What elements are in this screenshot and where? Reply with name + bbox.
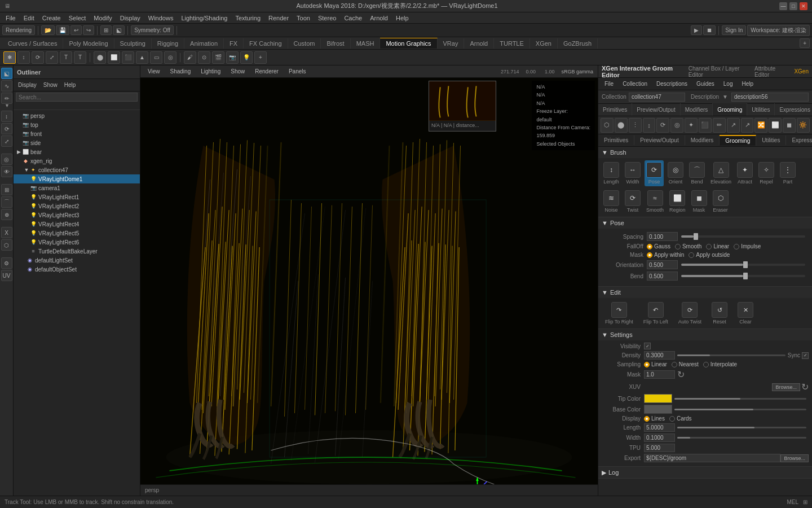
xgen-tab-primitives[interactable]: Primitives	[598, 103, 632, 116]
menu-cache[interactable]: Cache	[341, 14, 365, 23]
menu-modify[interactable]: Modify	[90, 14, 115, 23]
flip-to-right-button[interactable]: ↷ Flip To Right	[602, 300, 637, 326]
tree-item-camera1[interactable]: 📷 camera1	[14, 183, 140, 192]
mask-refresh-icon[interactable]: ↻	[677, 369, 685, 380]
light-button[interactable]: 💡	[240, 51, 253, 64]
rotate-lt-button[interactable]: ⟳	[1, 123, 12, 134]
tree-item-side[interactable]: 📷 side	[14, 138, 140, 147]
snap-button[interactable]: ⊞	[100, 25, 112, 35]
menu-help[interactable]: Help	[392, 14, 412, 23]
length-input[interactable]	[644, 423, 675, 432]
brush-length[interactable]: ↕ Length	[602, 160, 621, 186]
brush-bend[interactable]: ⌒ Bend	[687, 160, 707, 186]
tree-item-default-object-set[interactable]: ◉ defaultObjectSet	[14, 265, 140, 274]
collection-input[interactable]	[629, 93, 685, 102]
tree-item-top[interactable]: 📷 top	[14, 120, 140, 129]
brush-repel[interactable]: ✧ Repel	[757, 160, 776, 186]
xgen-tool-11[interactable]: ↗	[741, 118, 754, 133]
density-input[interactable]	[644, 351, 675, 360]
tree-item-turtle-bake[interactable]: ≡ TurtleDefaultBakeLayer	[14, 247, 140, 256]
base-color-swatch[interactable]	[644, 405, 672, 414]
tree-item-bear[interactable]: ▶ ⬜ bear	[14, 147, 140, 156]
tip-color-slider[interactable]	[674, 398, 806, 400]
cube-button[interactable]: ⬜	[108, 51, 120, 64]
brush-region[interactable]: ⬜ Region	[668, 189, 687, 214]
tpu-input[interactable]	[644, 444, 675, 452]
tab-custom[interactable]: Custom	[288, 38, 321, 49]
viewport-menu-renderer[interactable]: Renderer	[252, 67, 281, 76]
tab-vray[interactable]: VRay	[438, 38, 465, 49]
radio-apply-within[interactable]: Apply within	[647, 252, 684, 258]
brush-smooth[interactable]: ≈ Smooth	[645, 189, 665, 214]
xgen-channel-box-link[interactable]: Channel Box / Layer Editor	[689, 65, 748, 78]
export-input[interactable]	[644, 454, 780, 462]
tree-item-vraylight6[interactable]: 💡 VRayLightRect6	[14, 238, 140, 247]
radio-lines[interactable]: Lines	[644, 415, 665, 422]
xgen-tab-grooming[interactable]: Grooming	[713, 103, 747, 116]
xgen-tool-9[interactable]: ✏	[713, 118, 726, 133]
move-tool-button[interactable]: ↕	[17, 51, 30, 64]
search-dropdown-icon[interactable]: ▼	[5, 103, 10, 108]
cone-button[interactable]: ▲	[136, 51, 148, 64]
paint-select-button[interactable]: ✏	[1, 93, 12, 104]
xuv-refresh-icon[interactable]: ↻	[801, 382, 809, 392]
stop-button[interactable]: ⏹	[703, 25, 716, 35]
cylinder-button[interactable]: ⬛	[122, 51, 134, 64]
window-controls[interactable]: — □ ✕	[779, 2, 807, 10]
xray-button[interactable]: X	[1, 227, 12, 238]
bend-input[interactable]	[647, 271, 678, 281]
tree-item-persp[interactable]: 📷 persp	[14, 111, 140, 120]
menu-render[interactable]: Render	[265, 14, 292, 23]
xgen-tab-modifiers[interactable]: Modifiers	[681, 103, 713, 116]
outliner-menu-help[interactable]: Help	[62, 81, 78, 89]
xgen-menu-log[interactable]: Log	[721, 80, 736, 87]
xgen-tool-7[interactable]: ✦	[685, 118, 698, 133]
radio-smooth[interactable]: Smooth	[675, 243, 701, 249]
viewport-menu-show[interactable]: Show	[228, 67, 248, 76]
subtab-utilities[interactable]: Utilities	[756, 135, 786, 145]
radio-nearest[interactable]: Nearest	[672, 361, 699, 367]
xgen-tool-6[interactable]: ◎	[670, 118, 683, 133]
viewport-menu-view[interactable]: View	[145, 67, 163, 76]
rendering-mode-button[interactable]: Rendering	[2, 25, 35, 35]
snap-grid-button[interactable]: ⊞	[1, 184, 12, 195]
xgen-tool-14[interactable]: ◼	[783, 118, 796, 133]
brush-section-header[interactable]: ▼ Brush	[598, 147, 812, 158]
orientation-input[interactable]	[647, 260, 678, 269]
wireframe-button[interactable]: ⬡	[1, 239, 12, 251]
density-slider[interactable]	[677, 354, 785, 356]
radio-cards[interactable]: Cards	[669, 415, 692, 422]
attribute-button[interactable]: ⚙	[1, 257, 12, 269]
tab-fx-caching[interactable]: FX Caching	[244, 38, 288, 49]
undo-button[interactable]: ↩	[70, 25, 82, 35]
menu-windows[interactable]: Windows	[145, 14, 177, 23]
xgen-tab-expressions[interactable]: Expressions	[775, 103, 812, 116]
text-tool-button[interactable]: T	[74, 51, 86, 64]
flip-to-left-button[interactable]: ↶ Flip To Left	[640, 300, 672, 326]
length-slider[interactable]	[677, 427, 806, 428]
xgen-tool-15[interactable]: 🔆	[797, 118, 810, 133]
xgen-tool-13[interactable]: ⬜	[769, 118, 782, 133]
play-button[interactable]: ▶	[691, 25, 702, 35]
radio-linear-sampling[interactable]: Linear	[644, 361, 667, 367]
workspace-button[interactable]: Workspace: 建模-渲染	[747, 25, 810, 36]
sign-in-button[interactable]: Sign In	[722, 25, 746, 35]
tab-sculpting[interactable]: Sculpting	[114, 38, 152, 49]
tab-turtle[interactable]: TURTLE	[494, 38, 530, 49]
scale-lt-button[interactable]: ⤢	[1, 135, 12, 147]
xgen-tool-1[interactable]: ⬡	[601, 118, 614, 133]
xgen-tool-8[interactable]: ⬛	[699, 118, 712, 133]
translate-button[interactable]: ↕	[1, 111, 12, 122]
outliner-search-input[interactable]	[16, 93, 138, 102]
rotate-tool-button[interactable]: ⟳	[32, 51, 44, 64]
scale-tool-button[interactable]: ⤢	[46, 51, 58, 64]
menu-texturing[interactable]: Texturing	[232, 14, 264, 23]
tab-xgen[interactable]: XGen	[530, 38, 558, 49]
radio-gauss[interactable]: Gauss	[647, 243, 670, 249]
menu-file[interactable]: File	[2, 14, 19, 23]
camera-button[interactable]: 📷	[226, 51, 239, 64]
xgen-link[interactable]: XGen	[794, 68, 809, 75]
reset-button[interactable]: ↺ Reset	[708, 300, 731, 326]
select-tool-button[interactable]: ✱	[3, 51, 16, 64]
xgen-tool-3[interactable]: ⋮	[629, 118, 642, 133]
